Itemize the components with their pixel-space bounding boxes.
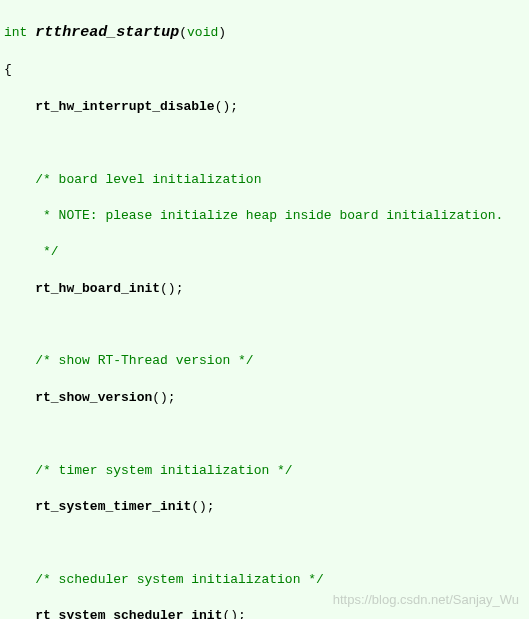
line-blank-2	[4, 316, 529, 334]
line-comment-timer: /* timer system initialization */	[4, 462, 529, 480]
line-call-disable: rt_hw_interrupt_disable();	[4, 98, 529, 116]
line-comment-version: /* show RT-Thread version */	[4, 352, 529, 370]
line-call-timer: rt_system_timer_init();	[4, 498, 529, 516]
line-call-sched: rt_system_scheduler_init();	[4, 607, 529, 619]
arg-void: void	[187, 25, 218, 40]
line-blank-3	[4, 425, 529, 443]
line-blank-1	[4, 134, 529, 152]
line-comment-board3: */	[4, 243, 529, 261]
line-comment-board1: /* board level initialization	[4, 171, 529, 189]
line-call-board: rt_hw_board_init();	[4, 280, 529, 298]
line-brace-open: {	[4, 61, 529, 79]
function-name: rtthread_startup	[35, 24, 179, 41]
paren-open: (	[179, 25, 187, 40]
type-int: int	[4, 25, 27, 40]
line-fn-decl: int rtthread_startup(void)	[4, 22, 529, 43]
paren-close: )	[218, 25, 226, 40]
line-comment-sched: /* scheduler system initialization */	[4, 571, 529, 589]
line-comment-board2: * NOTE: please initialize heap inside bo…	[4, 207, 529, 225]
code-block: int rtthread_startup(void) { rt_hw_inter…	[0, 0, 529, 619]
line-blank-4	[4, 534, 529, 552]
line-call-version: rt_show_version();	[4, 389, 529, 407]
